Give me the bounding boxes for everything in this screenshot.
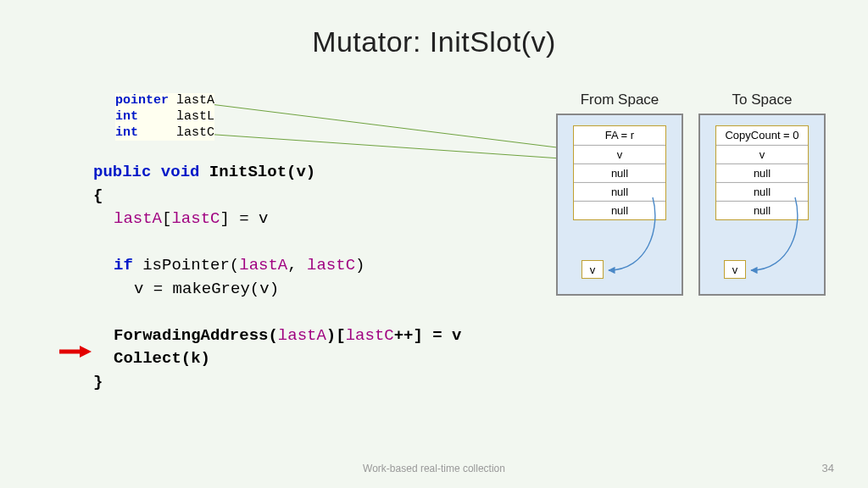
cell: FA = r	[574, 126, 665, 145]
footer-text: Work-based real-time collection	[0, 463, 868, 474]
cell: null	[716, 201, 808, 219]
to-cells: CopyCount = 0 v null null null	[715, 125, 809, 220]
cell: null	[716, 164, 808, 182]
to-space: To Space CopyCount = 0 v null null null …	[698, 92, 826, 296]
cell: v	[716, 145, 808, 164]
cell: CopyCount = 0	[716, 126, 808, 145]
to-space-box: CopyCount = 0 v null null null v	[698, 114, 826, 296]
cell: null	[716, 182, 808, 201]
code-block: public void InitSlot(v) { lastA[lastC] =…	[93, 161, 462, 394]
cell: null	[574, 182, 665, 201]
from-space-title: From Space	[556, 92, 683, 108]
from-space: From Space FA = r v null null null v	[556, 92, 683, 296]
from-v-cell: v	[581, 260, 604, 279]
to-space-title: To Space	[698, 92, 826, 108]
cell: null	[574, 164, 665, 182]
cell: null	[574, 201, 665, 219]
from-cells: FA = r v null null null	[573, 125, 666, 220]
to-v-cell: v	[724, 260, 746, 279]
declarations: pointer lastA int lastL int lastC	[115, 93, 214, 141]
from-space-box: FA = r v null null null v	[556, 114, 683, 296]
svg-marker-3	[80, 346, 92, 358]
cell: v	[574, 145, 665, 164]
memory-spaces: From Space FA = r v null null null v To …	[556, 92, 826, 296]
page-number: 34	[822, 462, 834, 474]
red-arrow-icon	[59, 346, 92, 358]
slide-title: Mutator: InitSlot(v)	[0, 0, 868, 58]
